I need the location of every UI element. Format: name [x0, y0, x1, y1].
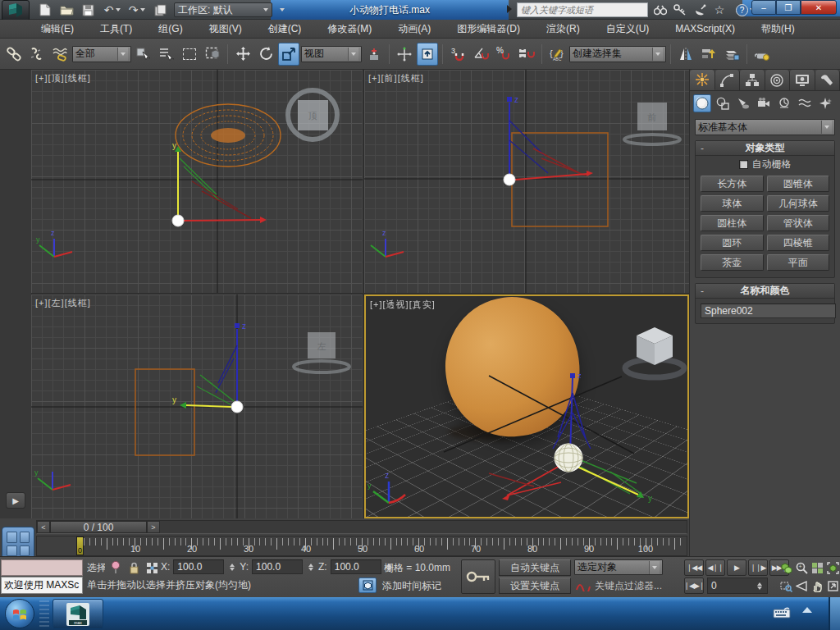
- select-and-move-button[interactable]: [232, 43, 253, 66]
- selection-filter-dropdown[interactable]: 全部: [72, 46, 131, 62]
- bone-gizmo-left[interactable]: z y: [172, 322, 246, 413]
- zoom-button[interactable]: +: [794, 560, 809, 575]
- zoom-extents-button[interactable]: [825, 560, 840, 575]
- subtab-lights[interactable]: [734, 94, 752, 112]
- subtab-helpers[interactable]: [775, 94, 793, 112]
- viewport-front-label[interactable]: [+][前][线框]: [368, 72, 424, 84]
- button-sphere[interactable]: 球体: [701, 195, 764, 212]
- key-mode-toggle[interactable]: ❘◀▶❘: [684, 578, 704, 594]
- time-slider-handle[interactable]: 0 / 100: [50, 521, 147, 533]
- tab-utilities[interactable]: [815, 70, 840, 90]
- menu-modifiers[interactable]: 修改器(M): [314, 20, 385, 39]
- spinner-snap-toggle[interactable]: [516, 43, 537, 66]
- search-binoculars-icon[interactable]: [651, 2, 669, 18]
- mirror-button[interactable]: [675, 43, 696, 66]
- object-type-rollout-header[interactable]: -对象类型: [696, 141, 834, 156]
- edit-named-selection-sets-button[interactable]: {}ABC: [546, 43, 568, 66]
- redo-button[interactable]: ↷: [125, 2, 149, 17]
- menu-rendering[interactable]: 渲染(R): [533, 20, 593, 39]
- go-to-start-button[interactable]: ❘◀◀: [684, 559, 704, 576]
- zoom-extents-all-button[interactable]: [778, 560, 793, 575]
- subtab-shapes[interactable]: [714, 94, 732, 112]
- zoom-all-button[interactable]: [810, 560, 824, 575]
- button-teapot[interactable]: 茶壶: [701, 254, 764, 271]
- menu-customize[interactable]: 自定义(U): [593, 20, 663, 39]
- select-by-name-button[interactable]: [156, 43, 177, 66]
- auto-key-button[interactable]: 自动关键点: [499, 559, 571, 576]
- close-button[interactable]: ✕: [801, 0, 837, 15]
- set-keys-button[interactable]: [461, 559, 495, 594]
- select-object-button[interactable]: [133, 43, 154, 66]
- open-file-button[interactable]: [57, 2, 75, 17]
- egg-top-wireframe[interactable]: [176, 104, 281, 167]
- menu-create[interactable]: 创建(C): [255, 20, 315, 39]
- tab-motion[interactable]: [765, 70, 791, 90]
- named-selection-set-dropdown[interactable]: 创建选择集: [569, 46, 666, 62]
- menu-graph-editors[interactable]: 图形编辑器(D): [444, 20, 533, 39]
- name-color-rollout-header[interactable]: -名称和颜色: [696, 284, 834, 299]
- dock-expand-arrow-button[interactable]: ▶: [6, 492, 25, 509]
- tab-create[interactable]: [690, 70, 715, 90]
- button-plane[interactable]: 平面: [767, 254, 830, 271]
- egg-left-wireframe[interactable]: [135, 369, 194, 455]
- object-category-dropdown[interactable]: 标准基本体: [695, 119, 835, 135]
- communication-key-icon[interactable]: [671, 2, 689, 18]
- x-spinner[interactable]: [227, 559, 236, 574]
- y-coordinate-field[interactable]: 100.0: [252, 559, 303, 574]
- key-selection-set-dropdown[interactable]: 选定对象: [574, 559, 663, 575]
- new-keys-curve-icon[interactable]: [574, 578, 592, 594]
- tab-modify[interactable]: [715, 70, 741, 90]
- menu-maxscript[interactable]: MAXScript(X): [662, 20, 748, 39]
- layer-manager-button[interactable]: [721, 43, 742, 66]
- isolate-selection-button[interactable]: [358, 578, 377, 593]
- viewport-perspective[interactable]: [+][透视][真实] z y: [364, 294, 689, 518]
- button-pyramid[interactable]: 四棱锥: [767, 235, 830, 251]
- viewport-top-label[interactable]: [+][顶][线框]: [35, 72, 91, 84]
- autogrid-checkbox[interactable]: [739, 160, 748, 169]
- track-bar[interactable]: 0 10 20 30 40 50 60 70 80 90 100 0: [36, 536, 687, 556]
- subtab-geometry[interactable]: [693, 94, 711, 112]
- select-and-link-button[interactable]: [3, 43, 25, 66]
- tab-display[interactable]: [790, 70, 815, 90]
- viewport-left[interactable]: [+][左][线框] z y 左: [31, 294, 363, 518]
- current-frame-marker[interactable]: 0: [76, 536, 84, 555]
- toolbar-overflow-icon[interactable]: [507, 5, 512, 13]
- select-and-rotate-button[interactable]: [255, 43, 276, 66]
- tab-hierarchy[interactable]: [740, 70, 765, 90]
- add-time-tag-button[interactable]: 添加时间标记: [382, 579, 441, 593]
- workspace-dropdown[interactable]: 工作区: 默认: [174, 2, 272, 17]
- isolate-selection-balloon-icon[interactable]: [108, 560, 123, 575]
- start-button[interactable]: [5, 599, 34, 628]
- menu-edit[interactable]: 编辑(E): [28, 20, 87, 39]
- viewport-top[interactable]: [+][顶][线框] y: [31, 70, 363, 293]
- next-frame-button[interactable]: ❘❘▶: [748, 559, 768, 576]
- bone-gizmo-perspective[interactable]: z y: [489, 372, 652, 503]
- time-prev-arrow[interactable]: <: [37, 521, 50, 533]
- project-switch-button[interactable]: [151, 2, 169, 17]
- menu-help[interactable]: 帮助(H): [748, 20, 808, 39]
- zoom-region-button[interactable]: [778, 578, 793, 593]
- align-button[interactable]: [698, 43, 719, 66]
- object-name-field[interactable]: [701, 304, 836, 318]
- viewcube-front[interactable]: 前: [624, 103, 680, 144]
- field-of-view-button[interactable]: [794, 578, 809, 593]
- y-spinner[interactable]: [306, 559, 315, 574]
- angle-snap-toggle[interactable]: [470, 43, 491, 66]
- subtab-space-warps[interactable]: [796, 94, 814, 112]
- previous-frame-button[interactable]: ◀❘❘: [705, 559, 725, 576]
- viewcube-top[interactable]: 顶: [288, 90, 337, 139]
- select-and-manipulate-button[interactable]: [394, 43, 415, 66]
- show-desktop-button[interactable]: [829, 597, 840, 630]
- time-next-arrow[interactable]: >: [147, 521, 160, 533]
- keyboard-shortcut-override-toggle[interactable]: [417, 43, 438, 66]
- button-cone[interactable]: 圆锥体: [767, 176, 830, 192]
- show-hidden-icons-button[interactable]: [802, 607, 812, 613]
- bone-gizmo-front[interactable]: z: [504, 95, 593, 185]
- use-center-flyout-button[interactable]: [363, 43, 385, 66]
- viewport-left-label[interactable]: [+][左][线框]: [35, 297, 91, 309]
- selection-lock-toggle[interactable]: [126, 560, 141, 575]
- key-filters-button[interactable]: 关键点过滤器...: [594, 578, 679, 594]
- select-and-scale-button[interactable]: [278, 43, 299, 66]
- menu-group[interactable]: 组(G): [145, 20, 195, 39]
- subtab-cameras[interactable]: [755, 94, 773, 112]
